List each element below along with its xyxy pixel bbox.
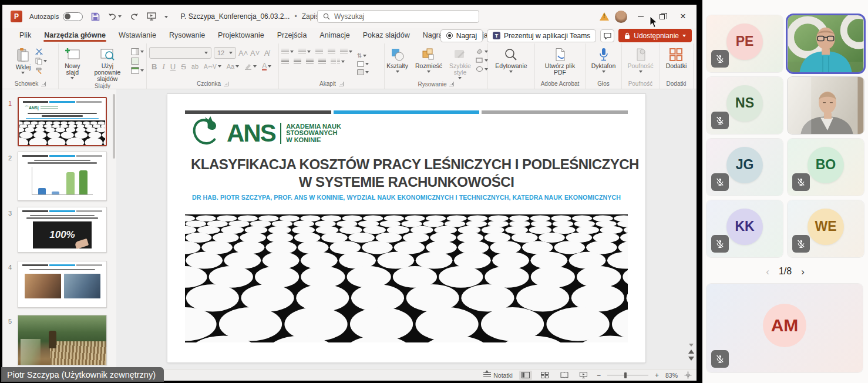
- font-dialog-launcher[interactable]: [224, 82, 228, 86]
- quick-styles-button[interactable]: Szybkie style: [447, 47, 473, 80]
- section-button[interactable]: [131, 67, 144, 74]
- paste-button[interactable]: Wklej: [14, 47, 33, 75]
- font-name-combo[interactable]: [149, 47, 211, 59]
- shadow-button[interactable]: ab: [191, 63, 199, 70]
- clipboard-dialog-launcher[interactable]: [41, 82, 46, 86]
- participant-tile-jg[interactable]: JG: [706, 139, 783, 196]
- document-title[interactable]: P. Szczypa_Konferencja_06.03.2...: [181, 12, 290, 21]
- comments-button[interactable]: [600, 29, 614, 42]
- clear-formatting-icon[interactable]: A̸: [262, 49, 271, 58]
- notes-button[interactable]: Notatki: [483, 372, 513, 379]
- record-button[interactable]: Nagraj: [440, 29, 483, 42]
- pager-next-icon[interactable]: ›: [801, 267, 805, 277]
- fit-slide-icon[interactable]: [684, 371, 692, 379]
- previous-slide-button[interactable]: [688, 350, 694, 354]
- zoom-level[interactable]: 83%: [665, 372, 678, 379]
- tab-plik[interactable]: Plik: [13, 31, 38, 43]
- shapes-button[interactable]: Kształty: [384, 47, 411, 73]
- bullets-button[interactable]: [281, 49, 294, 55]
- format-painter-icon[interactable]: [35, 67, 43, 74]
- slide-layout-button[interactable]: [131, 48, 144, 55]
- participant-tile-pe[interactable]: PE: [706, 15, 783, 72]
- tab-pokaz-slajdow[interactable]: Pokaz slajdów: [356, 31, 416, 43]
- zoom-out-button[interactable]: −: [597, 371, 601, 379]
- tab-przejscia[interactable]: Przejścia: [271, 31, 314, 43]
- pager-previous-icon[interactable]: ‹: [766, 267, 769, 277]
- redo-icon[interactable]: [130, 13, 139, 21]
- font-color-button[interactable]: A: [262, 63, 271, 70]
- editing-button[interactable]: Edytowanie: [493, 47, 529, 73]
- create-pdf-button[interactable]: Utwórz plik PDF: [537, 47, 583, 76]
- start-slideshow-icon[interactable]: [147, 12, 156, 21]
- customize-qat-icon[interactable]: [164, 16, 168, 18]
- warning-icon[interactable]: [600, 12, 609, 21]
- scroll-down-icon[interactable]: [689, 344, 694, 347]
- arrange-button[interactable]: Rozmieść: [413, 47, 445, 73]
- drawing-dialog-launcher[interactable]: [449, 82, 454, 86]
- cut-icon[interactable]: [35, 48, 43, 55]
- thumbnail-scrollbar[interactable]: [113, 94, 115, 159]
- sensitivity-button[interactable]: Poufność: [625, 47, 656, 73]
- slide-pebbles-image[interactable]: [185, 214, 628, 342]
- present-in-teams-button[interactable]: TPrezentuj w aplikacji Teams: [487, 29, 596, 42]
- save-icon[interactable]: [91, 12, 100, 21]
- thumbnail-slide-5[interactable]: [18, 315, 107, 365]
- participant-tile-video-1[interactable]: [788, 15, 864, 72]
- reset-slide-button[interactable]: [131, 58, 144, 65]
- italic-button[interactable]: I: [162, 62, 164, 71]
- character-spacing-button[interactable]: A⇿V: [204, 63, 221, 70]
- participant-tile-we[interactable]: WE: [788, 200, 864, 257]
- minimize-button[interactable]: [633, 9, 648, 24]
- align-right-icon[interactable]: [306, 59, 314, 65]
- participant-tile-video-2[interactable]: [788, 77, 864, 134]
- next-slide-button[interactable]: [688, 357, 694, 361]
- increase-indent-icon[interactable]: [328, 49, 335, 55]
- align-text-button[interactable]: [357, 61, 369, 67]
- ans-logo[interactable]: ANS AKADEMIA NAUK STOSOWANYCH W KONINIE: [188, 115, 341, 152]
- search-input[interactable]: Wyszukaj: [317, 10, 479, 23]
- copy-button[interactable]: [35, 58, 47, 65]
- decrease-indent-icon[interactable]: [315, 49, 323, 55]
- justify-icon[interactable]: [318, 59, 326, 65]
- participant-tile-kk[interactable]: KK: [706, 200, 783, 257]
- autosave-toggle[interactable]: [63, 12, 83, 21]
- normal-view-button[interactable]: [519, 371, 532, 380]
- numbering-button[interactable]: [298, 49, 311, 55]
- participant-tile-bo[interactable]: BO: [788, 139, 864, 196]
- change-case-button[interactable]: Aa: [227, 63, 239, 70]
- decrease-font-icon[interactable]: A˅: [250, 49, 260, 58]
- tab-narzedzia-glowne[interactable]: Narzędzia główne: [38, 31, 112, 43]
- text-direction-button[interactable]: ⇅: [357, 52, 369, 59]
- align-center-icon[interactable]: [294, 59, 301, 65]
- increase-font-icon[interactable]: A˄: [238, 49, 248, 58]
- shape-fill-button[interactable]: [476, 48, 488, 55]
- columns-button[interactable]: [331, 59, 345, 65]
- tab-animacje[interactable]: Animacje: [313, 31, 356, 43]
- close-button[interactable]: ×: [675, 9, 691, 24]
- strikethrough-button[interactable]: S: [181, 62, 186, 71]
- current-slide[interactable]: ANS AKADEMIA NAUK STOSOWANYCH W KONINIE …: [167, 94, 645, 362]
- participant-tile-am[interactable]: AM: [706, 284, 863, 372]
- underline-button[interactable]: U: [170, 62, 176, 71]
- dictate-button[interactable]: Dyktafon: [589, 47, 618, 73]
- thumbnail-slide-3[interactable]: 100%: [18, 207, 107, 253]
- slide-title-line2[interactable]: W SYSTEMIE RACHUNKOWOŚCI: [191, 174, 622, 190]
- participant-tile-ns[interactable]: NS: [706, 77, 783, 134]
- powerpoint-app-icon[interactable]: P: [11, 11, 22, 22]
- thumbnail-slide-1[interactable]: ⌒ANS|: [18, 97, 107, 146]
- tab-projektowanie[interactable]: Projektowanie: [211, 31, 271, 43]
- reading-view-button[interactable]: [558, 371, 571, 380]
- slide-title-line1[interactable]: KLASYFIKACJA KOSZTÓW PRACY LEŚNICZYCH I …: [191, 156, 622, 173]
- share-button[interactable]: Udostępnianie: [618, 29, 692, 42]
- autosave-control[interactable]: Autozapis: [29, 12, 83, 21]
- convert-smartart-button[interactable]: [357, 69, 369, 75]
- thumbnail-slide-4[interactable]: [18, 261, 107, 308]
- account-avatar[interactable]: [615, 11, 627, 23]
- zoom-slider[interactable]: [607, 375, 648, 375]
- new-slide-button[interactable]: Nowy slajd: [61, 47, 84, 80]
- bold-button[interactable]: B: [152, 62, 157, 71]
- paragraph-dialog-launcher[interactable]: [339, 82, 344, 86]
- line-spacing-button[interactable]: [340, 49, 352, 55]
- undo-button[interactable]: [108, 13, 122, 21]
- slide-sorter-view-button[interactable]: [539, 371, 551, 380]
